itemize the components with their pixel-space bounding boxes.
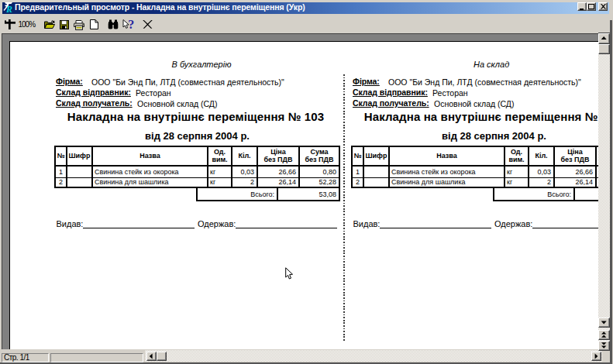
svg-text:R: R: [5, 4, 12, 13]
svg-text:?: ?: [128, 19, 134, 30]
